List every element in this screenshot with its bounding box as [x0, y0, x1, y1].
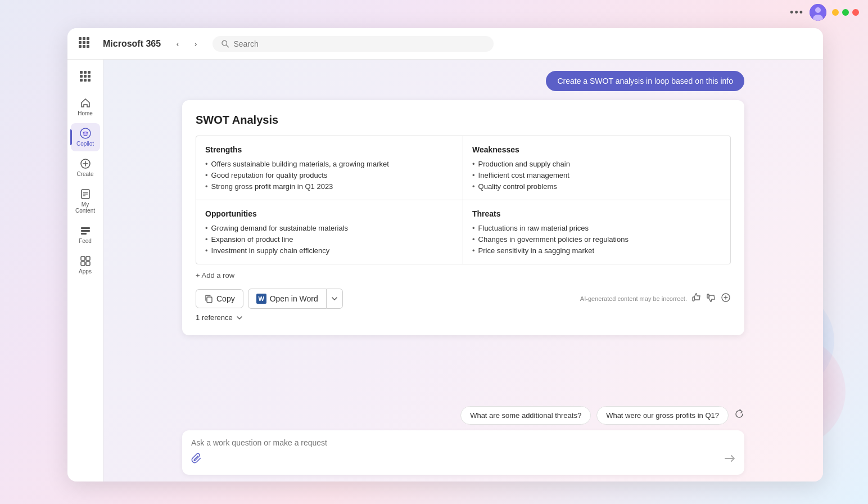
- swot-cell-strengths: Strengths Offers sustainable building ma…: [196, 136, 463, 200]
- titlebar: •••: [0, 0, 868, 25]
- sidebar-item-copilot-label: Copilot: [76, 141, 94, 147]
- suggestion-chip-2[interactable]: What were our gross profits in Q1?: [596, 406, 729, 425]
- paperclip-icon: [191, 453, 202, 464]
- svg-point-8: [83, 131, 88, 136]
- forward-button[interactable]: ›: [188, 36, 204, 52]
- send-icon: [724, 453, 735, 464]
- copilot-icon: [80, 128, 91, 139]
- swot-cell-threats: Threats Fluctuations in raw material pri…: [463, 200, 730, 264]
- create-icon: [80, 158, 91, 169]
- chat-area: Create a SWOT analysis in loop based on …: [103, 60, 823, 399]
- minimize-button[interactable]: [832, 9, 839, 16]
- list-item: Expansion of product line: [205, 235, 454, 244]
- copy-icon: [204, 294, 213, 303]
- add-row-label: + Add a row: [196, 271, 234, 280]
- thumbs-up-icon: [691, 292, 702, 303]
- list-item: Production and supply chain: [472, 160, 721, 168]
- opportunities-title: Opportunities: [205, 209, 454, 218]
- swot-card-title: SWOT Analysis: [196, 114, 731, 127]
- sidebar-item-home[interactable]: Home: [71, 93, 100, 121]
- list-item: Price sensitivity in a sagging market: [472, 246, 721, 255]
- svg-rect-18: [81, 233, 87, 235]
- list-item: Changes in government policies or regula…: [472, 235, 721, 244]
- svg-rect-21: [81, 262, 85, 266]
- threats-list: Fluctuations in raw material prices Chan…: [472, 224, 721, 255]
- feedback-icons: [691, 292, 731, 305]
- suggestion-chip-1[interactable]: What are some additional threats?: [460, 406, 591, 425]
- apps-grid-icon[interactable]: [79, 37, 89, 48]
- list-item: Fluctuations in raw material prices: [472, 224, 721, 232]
- send-button[interactable]: [724, 453, 735, 467]
- search-bar[interactable]: [213, 36, 494, 52]
- sidebar-item-copilot[interactable]: Copilot: [71, 123, 100, 151]
- list-item: Growing demand for sustainable materials: [205, 224, 454, 232]
- thumbs-up-button[interactable]: [691, 292, 702, 305]
- chevron-down-icon: [331, 295, 338, 302]
- close-button[interactable]: [852, 9, 859, 16]
- mycontent-icon: [80, 188, 91, 200]
- sidebar: Home Copilot Cre: [67, 60, 103, 482]
- weaknesses-list: Production and supply chain Inefficient …: [472, 160, 721, 191]
- sidebar-item-create-label: Create: [76, 171, 93, 177]
- titlebar-menu[interactable]: •••: [790, 7, 804, 19]
- word-icon: W: [256, 294, 266, 304]
- list-item: Offers sustainable building materials, a…: [205, 160, 454, 168]
- reference-row[interactable]: 1 reference: [196, 313, 731, 322]
- attach-button[interactable]: [191, 453, 202, 467]
- window-controls: [832, 9, 859, 16]
- main-layout: Home Copilot Cre: [67, 60, 823, 482]
- refresh-icon: [734, 409, 744, 419]
- comment-button[interactable]: [721, 292, 731, 305]
- chat-input[interactable]: [191, 438, 735, 447]
- search-input[interactable]: [234, 39, 485, 48]
- card-actions: Copy W Open in Word: [196, 289, 731, 309]
- feed-icon: [80, 225, 91, 236]
- swot-row-1: Strengths Offers sustainable building ma…: [196, 136, 730, 200]
- swot-table: Strengths Offers sustainable building ma…: [196, 136, 731, 264]
- sidebar-item-feed-label: Feed: [79, 238, 92, 244]
- chat-bottom: What are some additional threats? What w…: [103, 399, 823, 482]
- topbar: Microsoft 365 ‹ ›: [67, 28, 823, 60]
- list-item: Investment in supply chain efficiency: [205, 246, 454, 255]
- swot-card: SWOT Analysis Strengths Offers sustainab…: [182, 100, 744, 335]
- refresh-suggestions-button[interactable]: [734, 409, 744, 422]
- sidebar-item-apps[interactable]: Apps: [71, 251, 100, 279]
- chat-input-container: [182, 430, 744, 475]
- content-area: Create a SWOT analysis in loop based on …: [103, 60, 823, 482]
- word-dropdown-button[interactable]: [327, 289, 343, 309]
- svg-rect-17: [81, 230, 90, 232]
- svg-rect-20: [86, 256, 90, 260]
- home-icon: [80, 97, 91, 109]
- thumbs-down-button[interactable]: [706, 292, 716, 305]
- sidebar-item-mycontent-label: My Content: [73, 201, 98, 214]
- list-item: Inefficient cost management: [472, 171, 721, 179]
- list-item: Strong gross profit margin in Q1 2023: [205, 182, 454, 191]
- swot-row-2: Opportunities Growing demand for sustain…: [196, 200, 730, 264]
- ai-disclaimer: AI-generated content may be incorrect.: [580, 295, 687, 302]
- sidebar-item-home-label: Home: [78, 110, 93, 116]
- sidebar-item-mycontent[interactable]: My Content: [71, 184, 100, 218]
- strengths-title: Strengths: [205, 145, 454, 154]
- avatar[interactable]: [810, 4, 826, 21]
- list-item: Quality control problems: [472, 182, 721, 191]
- suggestions-row: What are some additional threats? What w…: [182, 406, 744, 425]
- svg-point-1: [815, 7, 821, 13]
- copy-button[interactable]: Copy: [196, 289, 243, 308]
- open-in-word-button[interactable]: W Open in Word: [248, 289, 327, 309]
- maximize-button[interactable]: [842, 9, 849, 16]
- add-row-button[interactable]: + Add a row: [196, 271, 731, 280]
- svg-rect-16: [81, 227, 90, 229]
- sidebar-item-create[interactable]: Create: [71, 154, 100, 182]
- svg-rect-22: [86, 262, 90, 266]
- weaknesses-title: Weaknesses: [472, 145, 721, 154]
- swot-prompt-button[interactable]: Create a SWOT analysis in loop based on …: [546, 71, 744, 91]
- sidebar-item-feed[interactable]: Feed: [71, 220, 100, 249]
- svg-rect-19: [81, 256, 85, 260]
- sidebar-item-grid[interactable]: [71, 66, 100, 88]
- navigation-arrows: ‹ ›: [170, 36, 204, 52]
- chevron-down-icon: [236, 314, 243, 321]
- reference-label: 1 reference: [196, 313, 233, 322]
- open-in-word-container: W Open in Word: [248, 289, 343, 309]
- swot-cell-opportunities: Opportunities Growing demand for sustain…: [196, 200, 463, 264]
- back-button[interactable]: ‹: [170, 36, 186, 52]
